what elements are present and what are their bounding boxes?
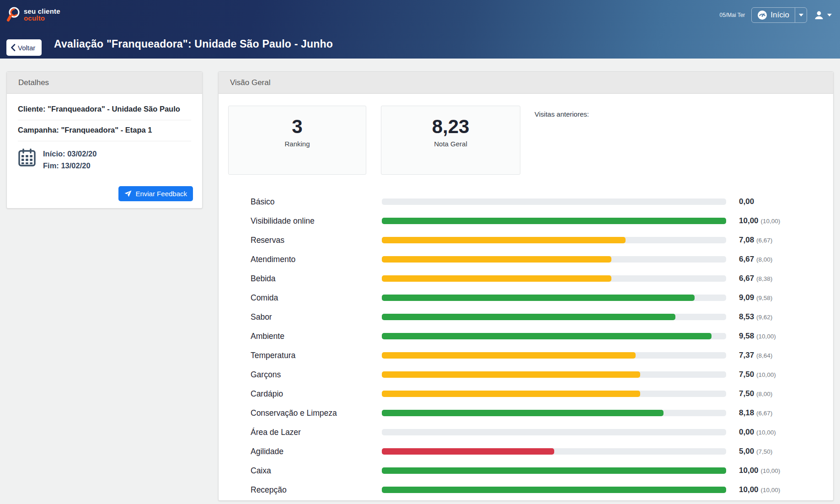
- app-header: seu cliente oculto 05/Mai Ter Iní: [0, 0, 840, 59]
- details-panel-title: Detalhes: [18, 78, 49, 87]
- score-value: 6,67(8,00): [739, 255, 772, 264]
- chart-row: Cardápio 7,50(8,00): [219, 384, 834, 403]
- bar-fill: [382, 391, 640, 397]
- bar-track[interactable]: [382, 487, 726, 493]
- chart-row: Atendimento 6,67(8,00): [219, 250, 834, 269]
- score-number: 9,58: [739, 332, 754, 340]
- send-feedback-label: Enviar Feedback: [135, 190, 187, 198]
- chart-row: Comida 9,09(9,58): [219, 288, 834, 307]
- category-label: Reservas: [251, 236, 284, 245]
- app-logo[interactable]: seu cliente oculto: [6, 5, 60, 24]
- bar-track[interactable]: [382, 429, 726, 435]
- visitas-anteriores-label: Visitas anteriores:: [535, 110, 589, 118]
- score-value: 10,00(10,00): [739, 466, 780, 475]
- back-button-label: Voltar: [18, 44, 35, 52]
- bar-track[interactable]: [382, 314, 726, 320]
- score-value: 7,50(8,00): [739, 389, 772, 398]
- nota-geral-card: 8,23 Nota Geral: [381, 106, 520, 175]
- chart-row: Agilidade 5,00(7,50): [219, 442, 834, 461]
- category-label: Garçons: [251, 370, 281, 380]
- chart-row: Básico 0,00: [219, 192, 834, 211]
- bar-track[interactable]: [382, 198, 726, 205]
- bar-fill: [382, 314, 675, 320]
- previous-score: (7,50): [756, 448, 772, 455]
- logo-text-line2: oculto: [24, 15, 60, 21]
- bar-track[interactable]: [382, 391, 726, 397]
- score-number: 9,09: [739, 293, 754, 302]
- score-value: 8,53(9,62): [739, 312, 772, 322]
- chevron-down-icon: [799, 14, 803, 16]
- inicio-dropdown-toggle[interactable]: [795, 8, 807, 22]
- bar-track[interactable]: [382, 218, 726, 224]
- score-number: 6,67: [739, 255, 754, 263]
- overview-panel-header: Visão Geral: [219, 72, 833, 94]
- previous-score: (10,00): [756, 333, 776, 340]
- score-number: 0,00: [739, 428, 754, 436]
- category-label: Área de Lazer: [251, 428, 301, 437]
- category-label: Comida: [251, 293, 278, 303]
- logo-text-line1: seu cliente: [24, 8, 60, 15]
- score-number: 10,00: [739, 216, 759, 225]
- category-label: Bebida: [251, 274, 276, 284]
- chart-row: Ambiente 9,58(10,00): [219, 327, 834, 346]
- bar-track[interactable]: [382, 275, 726, 282]
- bar-fill: [382, 237, 626, 243]
- score-value: 8,18(6,67): [739, 408, 772, 418]
- previous-score: (10,00): [761, 467, 781, 474]
- category-label: Cardápio: [251, 389, 283, 399]
- score-number: 10,00: [739, 485, 759, 494]
- bar-track[interactable]: [382, 333, 726, 339]
- nota-geral-label: Nota Geral: [434, 140, 467, 148]
- fim-date: Fim: 13/02/20: [43, 160, 96, 172]
- bar-track[interactable]: [382, 410, 726, 416]
- bar-fill: [382, 487, 726, 493]
- previous-score: (8,38): [756, 275, 772, 282]
- overview-panel-title: Visão Geral: [230, 78, 271, 87]
- score-value: 7,37(8,64): [739, 351, 772, 360]
- category-label: Sabor: [251, 312, 272, 322]
- ranking-label: Ranking: [284, 140, 310, 148]
- inicio-button-group: Início: [751, 7, 807, 23]
- back-button[interactable]: Voltar: [6, 39, 42, 56]
- chart-row: Visibilidade online 10,00(10,00): [219, 211, 834, 231]
- chevron-down-icon: [827, 14, 832, 16]
- bar-track[interactable]: [382, 371, 726, 378]
- score-value: 7,50(10,00): [739, 370, 776, 379]
- bar-track[interactable]: [382, 295, 726, 301]
- user-icon: [813, 10, 824, 21]
- previous-score: (10,00): [756, 429, 776, 436]
- cliente-line: Cliente: "Franqueadora" - Unidade São Pa…: [18, 99, 191, 120]
- previous-score: (10,00): [761, 487, 781, 493]
- bar-track[interactable]: [382, 448, 726, 455]
- score-value: 7,08(6,67): [739, 236, 772, 245]
- inicio-date: Início: 03/02/20: [43, 148, 96, 160]
- bar-fill: [382, 256, 611, 263]
- chart-row: Área de Lazer 0,00(10,00): [219, 423, 834, 442]
- send-feedback-button[interactable]: Enviar Feedback: [118, 186, 193, 201]
- user-menu[interactable]: [813, 10, 832, 21]
- score-value: 5,00(7,50): [739, 447, 772, 456]
- category-label: Agilidade: [251, 447, 284, 456]
- score-number: 0,00: [739, 197, 754, 206]
- details-panel-header: Detalhes: [7, 72, 202, 94]
- paper-plane-icon: [124, 190, 132, 197]
- chart-row: Sabor 8,53(9,62): [219, 307, 834, 327]
- category-label: Recepção: [251, 485, 287, 495]
- bar-track[interactable]: [382, 237, 726, 243]
- score-number: 7,37: [739, 351, 754, 359]
- score-number: 5,00: [739, 447, 754, 456]
- ranking-card: 3 Ranking: [228, 106, 366, 175]
- bar-fill: [382, 275, 611, 282]
- bar-track[interactable]: [382, 352, 726, 359]
- bar-track[interactable]: [382, 467, 726, 474]
- chevron-left-icon: [11, 44, 16, 51]
- score-number: 8,53: [739, 312, 754, 321]
- overview-panel: Visão Geral 3 Ranking 8,23 Nota Geral Vi…: [218, 71, 834, 501]
- bar-fill: [382, 295, 695, 301]
- bar-track[interactable]: [382, 256, 726, 263]
- inicio-button[interactable]: Início: [752, 8, 795, 22]
- score-value: 9,09(9,58): [739, 293, 772, 302]
- nota-geral-value: 8,23: [432, 116, 470, 137]
- previous-score: (10,00): [761, 218, 781, 225]
- previous-score: (6,67): [756, 237, 772, 244]
